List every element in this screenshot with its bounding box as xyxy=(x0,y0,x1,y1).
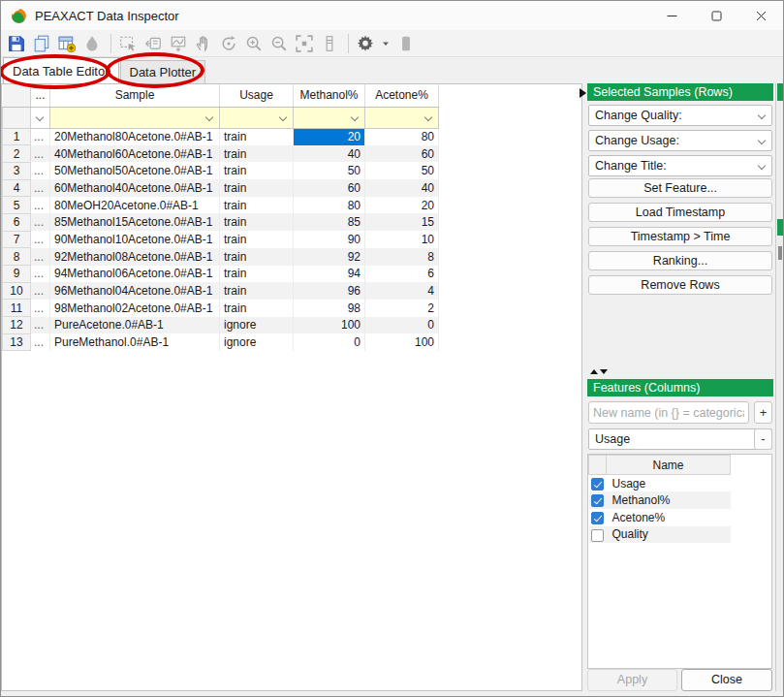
change-title-dropdown[interactable]: Change Title: xyxy=(588,155,772,176)
cell-sample[interactable]: PureAcetone.0#AB-1 xyxy=(50,317,220,334)
cell-dots[interactable]: ... xyxy=(31,317,50,334)
row-number[interactable]: 13 xyxy=(3,333,31,351)
row-number[interactable]: 11 xyxy=(3,300,31,317)
cell-methanol[interactable]: 98 xyxy=(294,300,365,317)
row-number[interactable]: 12 xyxy=(3,317,31,334)
cell-methanol[interactable]: 40 xyxy=(294,145,365,163)
save-icon[interactable] xyxy=(8,35,25,52)
cell-sample[interactable]: 94Methanol06Acetone.0#AB-1 xyxy=(50,266,220,283)
feature-select-dropdown[interactable]: Usage xyxy=(588,428,772,450)
filter-dropdown-methanol[interactable] xyxy=(294,107,365,128)
feature-checkbox-cell[interactable] xyxy=(589,509,607,526)
cell-sample[interactable]: 85Methanol15Acetone.0#AB-1 xyxy=(50,213,220,231)
column-header-acetone[interactable]: Acetone% xyxy=(365,84,439,107)
cell-dots[interactable]: ... xyxy=(31,145,50,163)
cell-methanol[interactable]: 85 xyxy=(294,213,365,231)
cell-sample[interactable]: 40Methanol60Acetone.0#AB-1 xyxy=(50,145,220,163)
ranking-button[interactable]: Ranking... xyxy=(588,251,772,270)
cell-sample[interactable]: 92Methanol08Acetone.0#AB-1 xyxy=(50,248,220,266)
row-number[interactable]: 1 xyxy=(3,128,31,145)
cell-dots[interactable]: ... xyxy=(31,248,50,266)
cell-dots[interactable]: ... xyxy=(31,231,50,248)
horizontal-splitter[interactable] xyxy=(590,369,608,374)
cell-dots[interactable]: ... xyxy=(31,162,50,179)
splitter-collapse-arrow-icon[interactable] xyxy=(580,88,586,98)
change-usage-dropdown[interactable]: Change Usage: xyxy=(588,130,772,151)
feature-name-cell[interactable]: Quality xyxy=(607,526,731,544)
cell-usage[interactable]: ignore xyxy=(220,333,294,351)
filter-dropdown-sample[interactable] xyxy=(50,107,220,128)
cell-dots[interactable]: ... xyxy=(31,128,50,145)
cell-dots[interactable]: ... xyxy=(31,197,50,214)
cell-sample[interactable]: 50Methanol50Acetone.0#AB-1 xyxy=(50,162,220,179)
cell-dots[interactable]: ... xyxy=(31,213,50,231)
cell-dots[interactable]: ... xyxy=(31,179,50,197)
row-number[interactable]: 8 xyxy=(3,248,31,266)
cell-dots[interactable]: ... xyxy=(31,266,50,283)
cell-usage[interactable]: train xyxy=(220,213,294,231)
cell-acetone[interactable]: 50 xyxy=(365,162,439,179)
feature-name-cell[interactable]: Acetone% xyxy=(607,509,731,526)
cell-acetone[interactable]: 6 xyxy=(365,266,439,283)
cell-acetone[interactable]: 40 xyxy=(365,179,439,197)
feature-checkbox[interactable] xyxy=(591,529,604,542)
filter-dropdown-usage[interactable] xyxy=(220,107,294,128)
row-number[interactable]: 3 xyxy=(3,162,31,179)
cell-dots[interactable]: ... xyxy=(31,282,50,300)
close-button[interactable] xyxy=(738,1,783,30)
cell-usage[interactable]: ignore xyxy=(220,317,294,334)
row-number[interactable]: 4 xyxy=(3,179,31,197)
new-feature-name-input[interactable] xyxy=(588,401,749,424)
minimize-button[interactable] xyxy=(649,1,694,30)
maximize-button[interactable] xyxy=(694,1,738,30)
feature-name-cell[interactable]: Usage xyxy=(607,475,731,492)
column-header-methanol[interactable]: Methanol% xyxy=(294,84,365,107)
new-table-icon[interactable] xyxy=(58,35,76,52)
remove-rows-button[interactable]: Remove Rows xyxy=(588,275,772,295)
cell-sample[interactable]: 80MeOH20Acetone.0#AB-1 xyxy=(50,197,220,214)
cell-usage[interactable]: train xyxy=(220,231,294,248)
cell-acetone[interactable]: 60 xyxy=(365,145,439,163)
row-number[interactable]: 5 xyxy=(3,197,31,214)
cell-methanol[interactable]: 96 xyxy=(294,282,365,300)
filter-dropdown-acetone[interactable] xyxy=(365,107,439,128)
add-feature-button[interactable]: + xyxy=(754,401,772,424)
cell-dots[interactable]: ... xyxy=(31,333,50,351)
set-feature-button[interactable]: Set Feature... xyxy=(588,178,772,198)
features-name-column-header[interactable]: Name xyxy=(607,456,731,475)
cell-usage[interactable]: train xyxy=(220,266,294,283)
cell-usage[interactable]: train xyxy=(220,248,294,266)
cell-usage[interactable]: train xyxy=(220,162,294,179)
cell-methanol[interactable]: 92 xyxy=(294,248,365,266)
row-number[interactable]: 6 xyxy=(3,213,31,231)
gear-icon[interactable] xyxy=(357,35,374,52)
cell-usage[interactable]: train xyxy=(220,197,294,214)
cell-methanol[interactable]: 90 xyxy=(294,231,365,248)
cell-sample[interactable]: 98Methanol02Acetone.0#AB-1 xyxy=(50,300,220,317)
cell-sample[interactable]: PureMethanol.0#AB-1 xyxy=(50,333,220,351)
cell-usage[interactable]: train xyxy=(220,128,294,145)
cell-sample[interactable]: 20Methanol80Acetone.0#AB-1 xyxy=(50,128,220,145)
change-quality-dropdown[interactable]: Change Quality: xyxy=(588,105,772,126)
dropdown-caret-icon[interactable] xyxy=(382,35,390,52)
cell-acetone[interactable]: 2 xyxy=(365,300,439,317)
cell-acetone[interactable]: 0 xyxy=(365,317,439,334)
cell-sample[interactable]: 96Methanol04Acetone.0#AB-1 xyxy=(50,282,220,300)
row-number[interactable]: 2 xyxy=(3,145,31,163)
close-panel-button[interactable]: Close xyxy=(681,669,772,691)
cell-sample[interactable]: 90Methanol10Acetone.0#AB-1 xyxy=(50,231,220,248)
row-number[interactable]: 7 xyxy=(3,231,31,248)
feature-name-cell[interactable]: Methanol% xyxy=(607,491,731,509)
cell-methanol[interactable]: 60 xyxy=(294,179,365,197)
cell-usage[interactable]: train xyxy=(220,300,294,317)
feature-checkbox-cell[interactable] xyxy=(589,526,607,544)
cell-methanol[interactable]: 50 xyxy=(294,162,365,179)
cell-methanol[interactable]: 94 xyxy=(294,266,365,283)
cell-usage[interactable]: train xyxy=(220,145,294,163)
copy-icon[interactable] xyxy=(33,35,50,52)
cell-usage[interactable]: train xyxy=(220,282,294,300)
cell-acetone[interactable]: 100 xyxy=(365,333,439,351)
column-header-usage[interactable]: Usage xyxy=(220,84,294,107)
cell-acetone[interactable]: 4 xyxy=(365,282,439,300)
cell-methanol[interactable]: 0 xyxy=(294,333,365,351)
